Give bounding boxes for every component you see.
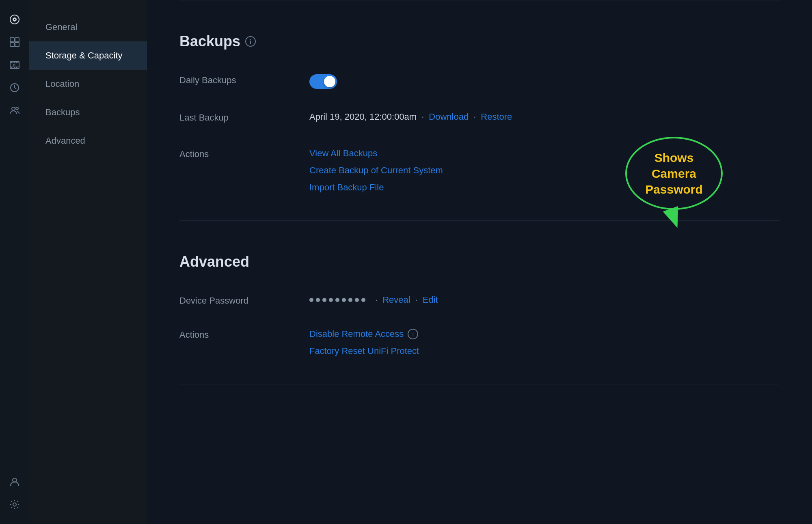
dot-5 bbox=[335, 298, 339, 302]
toggle-thumb bbox=[324, 76, 335, 87]
dot-3 bbox=[322, 298, 326, 302]
reveal-link[interactable]: Reveal bbox=[382, 295, 410, 305]
user-nav-icon[interactable] bbox=[5, 472, 24, 492]
advanced-actions-list: Disable Remote Access i Factory Reset Un… bbox=[309, 329, 780, 356]
svg-rect-4 bbox=[15, 38, 19, 42]
advanced-section: Advanced Device Password bbox=[179, 237, 780, 368]
sidebar: General Storage & Capacity Location Back… bbox=[29, 0, 147, 524]
device-password-row: Device Password · Reveal bbox=[179, 283, 780, 317]
settings-nav-icon[interactable] bbox=[5, 495, 24, 514]
sidebar-item-backups[interactable]: Backups bbox=[29, 98, 147, 127]
film-nav-icon[interactable] bbox=[5, 55, 24, 75]
factory-reset-link[interactable]: Factory Reset UniFi Protect bbox=[309, 346, 780, 356]
sidebar-item-storage[interactable]: Storage & Capacity bbox=[29, 41, 147, 70]
disable-remote-access-row: Disable Remote Access i bbox=[309, 329, 780, 339]
password-sep-1: · bbox=[375, 295, 378, 305]
dot-7 bbox=[348, 298, 352, 302]
backups-actions-row: Actions View All Backups Create Backup o… bbox=[179, 137, 780, 204]
download-link[interactable]: Download bbox=[429, 112, 469, 122]
disable-remote-access-link[interactable]: Disable Remote Access bbox=[309, 329, 404, 339]
camera-nav-icon[interactable] bbox=[5, 10, 24, 29]
daily-backups-toggle[interactable] bbox=[309, 74, 337, 89]
top-divider bbox=[179, 0, 780, 0]
toggle-track[interactable] bbox=[309, 74, 337, 89]
section-divider bbox=[179, 220, 780, 221]
password-row: · Reveal · Edit bbox=[309, 295, 780, 305]
sidebar-item-general[interactable]: General bbox=[29, 13, 147, 41]
sidebar-item-location[interactable]: Location bbox=[29, 70, 147, 98]
daily-backups-row: Daily Backups bbox=[179, 63, 780, 100]
users-nav-icon[interactable] bbox=[5, 101, 24, 120]
dot-9 bbox=[361, 298, 365, 302]
last-backup-row: Last Backup April 19, 2020, 12:00:00am ·… bbox=[179, 100, 780, 137]
main-content: Backups i Daily Backups Last Backup Apri… bbox=[147, 0, 812, 524]
dot-2 bbox=[316, 298, 320, 302]
advanced-actions-row: Actions Disable Remote Access i Factory … bbox=[179, 317, 780, 368]
svg-point-18 bbox=[12, 107, 15, 110]
dot-8 bbox=[355, 298, 359, 302]
last-backup-value: April 19, 2020, 12:00:00am · Download · … bbox=[309, 112, 780, 125]
bottom-divider bbox=[179, 384, 780, 384]
backups-info-icon[interactable]: i bbox=[245, 36, 256, 47]
separator-2: · bbox=[473, 112, 476, 122]
restore-link[interactable]: Restore bbox=[481, 112, 512, 122]
device-password-value: · Reveal · Edit bbox=[309, 295, 780, 305]
password-sep-2: · bbox=[415, 295, 418, 305]
view-all-backups-link[interactable]: View All Backups bbox=[309, 148, 780, 159]
dot-6 bbox=[342, 298, 346, 302]
disable-remote-info-icon[interactable]: i bbox=[408, 329, 418, 339]
backups-actions-list: View All Backups Create Backup of Curren… bbox=[309, 148, 780, 193]
last-backup-date: April 19, 2020, 12:00:00am bbox=[309, 112, 417, 122]
create-backup-link[interactable]: Create Backup of Current System bbox=[309, 165, 780, 176]
svg-marker-16 bbox=[13, 64, 16, 66]
daily-backups-label: Daily Backups bbox=[179, 74, 309, 86]
separator-1: · bbox=[421, 112, 424, 122]
grid-nav-icon[interactable] bbox=[5, 32, 24, 52]
svg-rect-3 bbox=[10, 38, 14, 42]
svg-point-21 bbox=[13, 503, 16, 506]
backups-actions-label: Actions bbox=[179, 148, 309, 160]
icon-bar bbox=[0, 0, 29, 524]
advanced-actions-label: Actions bbox=[179, 329, 309, 340]
import-backup-link[interactable]: Import Backup File bbox=[309, 182, 780, 193]
password-dots bbox=[309, 298, 365, 302]
backups-title: Backups i bbox=[179, 33, 780, 50]
dot-4 bbox=[329, 298, 333, 302]
backups-section: Backups i Daily Backups Last Backup Apri… bbox=[179, 17, 780, 204]
svg-rect-6 bbox=[15, 43, 19, 47]
svg-rect-5 bbox=[10, 43, 14, 47]
last-backup-line: April 19, 2020, 12:00:00am · Download · … bbox=[309, 112, 780, 122]
device-password-label: Device Password bbox=[179, 295, 309, 306]
advanced-title: Advanced bbox=[179, 253, 780, 270]
svg-point-19 bbox=[16, 107, 18, 110]
svg-point-2 bbox=[14, 19, 15, 20]
history-nav-icon[interactable] bbox=[5, 78, 24, 97]
dot-1 bbox=[309, 298, 313, 302]
last-backup-label: Last Backup bbox=[179, 112, 309, 123]
daily-backups-value bbox=[309, 74, 780, 89]
edit-link[interactable]: Edit bbox=[423, 295, 438, 305]
sidebar-item-advanced[interactable]: Advanced bbox=[29, 127, 147, 155]
